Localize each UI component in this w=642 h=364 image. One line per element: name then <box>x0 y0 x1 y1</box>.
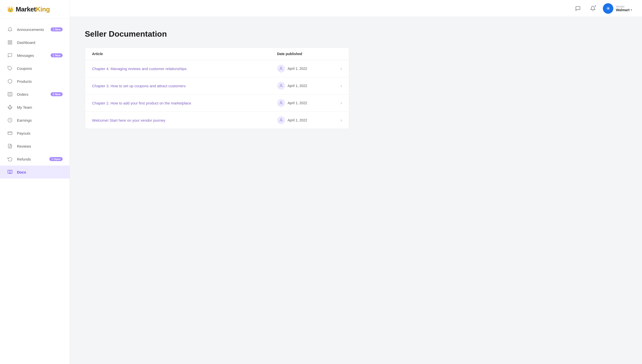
nav-list: Announcements 1 New Dashboard Messages 1… <box>0 19 70 364</box>
sidebar-item-label: Refunds <box>17 157 47 161</box>
table-row[interactable]: Chapter 2. How to add your first product… <box>85 94 349 112</box>
orders-icon <box>7 91 13 97</box>
vendor-avatar: ✳ <box>603 3 613 14</box>
svg-rect-0 <box>8 41 10 42</box>
table-header: Article Date published <box>85 48 349 60</box>
date-cell: April 1, 2022 › <box>277 64 342 72</box>
orders-badge: 2 New <box>51 92 63 96</box>
author-avatar <box>277 64 285 72</box>
sidebar-item-messages[interactable]: Messages 1 New <box>0 49 70 62</box>
col-article-header: Article <box>92 52 277 56</box>
sidebar-item-label: Reviews <box>17 144 63 148</box>
date-text: April 1, 2022 <box>288 101 307 105</box>
docs-table: Article Date published Chapter 4. Managi… <box>85 48 349 129</box>
article-link[interactable]: Chapter 4. Managing reviews and customer… <box>92 66 277 71</box>
sidebar-item-earnings[interactable]: Earnings <box>0 114 70 127</box>
main-content: Seller Documentation Article Date publis… <box>70 17 642 364</box>
refunds-icon <box>7 156 13 162</box>
vendor-info: Vendor Walmart ▾ <box>616 5 632 12</box>
table-row[interactable]: Chapter 3. How to set up coupons and att… <box>85 77 349 94</box>
date-cell: April 1, 2022 › <box>277 116 342 124</box>
svg-point-19 <box>280 67 282 68</box>
svg-point-21 <box>280 102 282 103</box>
page-title: Seller Documentation <box>85 30 627 39</box>
sidebar-item-refunds[interactable]: Refunds 1 Open <box>0 152 70 166</box>
article-link[interactable]: Chapter 2. How to add your first product… <box>92 101 277 105</box>
coupons-icon <box>7 65 13 71</box>
vendor-label: Vendor <box>616 5 632 8</box>
sidebar-item-dashboard[interactable]: Dashboard <box>0 36 70 49</box>
chevron-right-icon: › <box>340 118 342 123</box>
date-cell: April 1, 2022 › <box>277 82 342 90</box>
sidebar-item-reviews[interactable]: Reviews <box>0 140 70 152</box>
svg-point-20 <box>280 84 282 86</box>
sidebar-item-label: Orders <box>17 92 49 96</box>
chevron-right-icon: › <box>340 100 342 106</box>
sidebar-item-label: Messages <box>17 53 49 58</box>
messages-badge: 1 New <box>51 53 63 57</box>
svg-rect-2 <box>11 43 12 44</box>
date-text: April 1, 2022 <box>288 66 307 70</box>
sidebar: 👑 MarketKing Announcements 1 New <box>0 0 70 364</box>
svg-point-22 <box>280 119 282 120</box>
sidebar-item-products[interactable]: Products <box>0 75 70 88</box>
sidebar-item-orders[interactable]: Orders 2 New <box>0 88 70 101</box>
my-team-icon <box>7 104 13 110</box>
date-cell: April 1, 2022 › <box>277 99 342 107</box>
svg-rect-7 <box>8 107 9 108</box>
dashboard-icon <box>7 40 13 46</box>
vendor-name: Walmart ▾ <box>616 8 632 12</box>
sidebar-item-coupons[interactable]: Coupons <box>0 62 70 75</box>
refunds-badge: 1 Open <box>49 157 63 161</box>
table-row[interactable]: Chapter 4. Managing reviews and customer… <box>85 60 349 77</box>
logo-king: King <box>36 6 50 13</box>
svg-rect-16 <box>8 132 12 135</box>
chevron-right-icon: › <box>340 83 342 88</box>
sidebar-item-label: Docs <box>17 170 63 174</box>
messages-icon <box>7 52 13 58</box>
reviews-icon <box>7 143 13 149</box>
notification-icon-button[interactable] <box>588 4 598 14</box>
svg-rect-1 <box>11 41 12 42</box>
sidebar-item-label: Earnings <box>17 118 63 122</box>
svg-rect-3 <box>8 43 10 44</box>
table-body: Chapter 4. Managing reviews and customer… <box>85 60 349 129</box>
logo-area: 👑 MarketKing <box>0 0 70 19</box>
sidebar-item-label: Announcements <box>17 28 49 32</box>
header: ✳ Vendor Walmart ▾ <box>70 0 642 17</box>
sidebar-item-label: My Team <box>17 105 63 110</box>
author-avatar <box>277 99 285 107</box>
col-date-header: Date published <box>277 52 342 56</box>
announcements-icon <box>7 26 13 32</box>
sidebar-item-label: Payouts <box>17 131 63 136</box>
logo-market: Market <box>16 6 36 13</box>
logo-crown-icon: 👑 <box>7 6 14 13</box>
main-container: ✳ Vendor Walmart ▾ Seller Documentation … <box>70 0 642 364</box>
svg-rect-6 <box>10 105 11 106</box>
products-icon <box>7 78 13 84</box>
sidebar-item-announcements[interactable]: Announcements 1 New <box>0 23 70 36</box>
chevron-down-icon: ▾ <box>630 8 632 12</box>
sidebar-item-label: Coupons <box>17 66 63 70</box>
docs-icon <box>7 169 13 175</box>
svg-rect-8 <box>11 107 12 108</box>
chat-icon-button[interactable] <box>573 4 583 14</box>
announcements-badge: 1 New <box>51 28 63 32</box>
chevron-right-icon: › <box>340 66 342 71</box>
article-link[interactable]: Chapter 3. How to set up coupons and att… <box>92 84 277 88</box>
sidebar-item-my-team[interactable]: My Team <box>0 101 70 114</box>
sidebar-item-label: Dashboard <box>17 40 63 45</box>
date-text: April 1, 2022 <box>288 118 307 122</box>
author-avatar <box>277 116 285 124</box>
sidebar-item-payouts[interactable]: Payouts <box>0 127 70 140</box>
svg-rect-5 <box>8 92 12 96</box>
author-avatar <box>277 82 285 90</box>
article-link[interactable]: Welcome! Start here on your vendor journ… <box>92 118 277 122</box>
sidebar-item-label: Products <box>17 79 63 84</box>
table-row[interactable]: Welcome! Start here on your vendor journ… <box>85 112 349 129</box>
payouts-icon <box>7 130 13 136</box>
vendor-area[interactable]: ✳ Vendor Walmart ▾ <box>603 3 632 14</box>
date-text: April 1, 2022 <box>288 84 307 88</box>
notification-dot <box>594 5 596 7</box>
sidebar-item-docs[interactable]: Docs <box>0 166 70 178</box>
